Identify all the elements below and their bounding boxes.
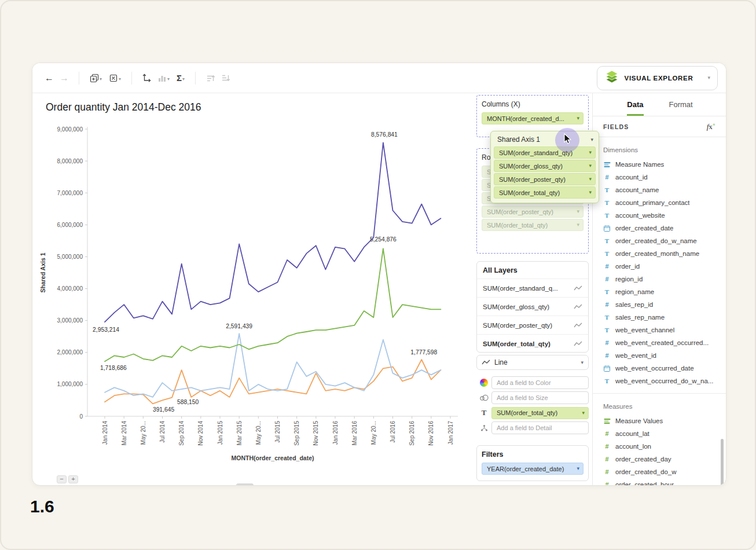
field-item[interactable]: Tregion_name <box>593 285 726 298</box>
field-item[interactable]: Measure Values <box>593 415 726 427</box>
add-calculated-field-button[interactable]: fx+ <box>707 122 715 131</box>
line-chart-icon <box>574 283 582 294</box>
shared-axis-header[interactable]: Shared Axis 1 ▾ <box>494 134 596 146</box>
field-item[interactable]: Tweb_event_occurred_do_w_na... <box>593 375 726 387</box>
number-icon: # <box>603 443 611 450</box>
color-field-input[interactable] <box>491 376 589 389</box>
number-icon: # <box>603 276 611 283</box>
field-item[interactable]: #account_id <box>593 171 726 184</box>
field-item[interactable]: #order_created_day <box>593 453 726 465</box>
field-item[interactable]: Tsales_rep_name <box>593 311 726 324</box>
popup-measure-pill[interactable]: SUM(order_total_qty)▾ <box>494 186 596 199</box>
aggregation-button[interactable]: Σ ▾ <box>177 74 185 83</box>
popup-measure-pill[interactable]: SUM(order_standard_qty)▾ <box>494 146 596 159</box>
field-item[interactable]: #sales_rep_id <box>593 298 726 311</box>
chevron-down-icon: ▾ <box>119 77 121 82</box>
mark-type-select[interactable]: Line ▾ <box>476 355 589 370</box>
field-item[interactable]: Torder_created_month_name <box>593 247 726 260</box>
sort-ascending-button[interactable] <box>203 70 218 86</box>
detail-well <box>476 421 589 434</box>
dimensions-label: Dimensions <box>603 146 726 153</box>
clear-sheet-icon <box>109 74 118 83</box>
version-label: 1.6 <box>30 497 54 516</box>
zoom-in-button[interactable]: + <box>68 475 78 483</box>
text-field-pill[interactable]: SUM(order_total_qty) ▾ <box>491 407 589 419</box>
measure-values-icon <box>603 418 611 424</box>
svg-text:Jan 2014: Jan 2014 <box>102 421 108 445</box>
field-label: order_id <box>615 263 640 270</box>
field-item[interactable]: #order_created_hour <box>593 478 726 486</box>
forward-button[interactable]: → <box>57 70 72 86</box>
chevron-down-icon: ▾ <box>581 360 583 365</box>
color-icon <box>476 379 491 387</box>
field-item[interactable]: #region_id <box>593 273 726 285</box>
chevron-down-icon: ▾ <box>589 177 592 182</box>
swap-axes-icon <box>142 73 152 83</box>
layer-label: SUM(order_gloss_qty) <box>483 303 574 310</box>
tab-data[interactable]: Data <box>627 93 643 116</box>
layer-row[interactable]: SUM(order_total_qty) <box>477 334 588 353</box>
detail-field-input[interactable] <box>491 421 589 434</box>
fit-axes-button[interactable]: ▾ <box>157 74 170 83</box>
sort-descending-button[interactable] <box>218 70 233 86</box>
duplicate-sheet-button[interactable]: ▾ <box>90 74 102 83</box>
visual-explorer-menu[interactable]: VISUAL EXPLORER ▾ <box>597 66 718 90</box>
field-item[interactable]: Measure Names <box>593 158 726 171</box>
pill-label: SUM(order_total_qty) <box>499 189 589 196</box>
popup-measure-pill[interactable]: SUM(order_poster_qty)▾ <box>494 173 596 185</box>
chevron-down-icon: ▾ <box>590 137 593 142</box>
text-icon: T <box>603 250 611 257</box>
field-item[interactable]: Taccount_name <box>593 184 726 196</box>
mark-type-label: Line <box>494 358 577 366</box>
size-field-input[interactable] <box>491 391 589 404</box>
field-item[interactable]: #order_id <box>593 260 726 273</box>
svg-text:Shared Axis 1: Shared Axis 1 <box>39 252 46 292</box>
field-item[interactable]: #web_event_created_occurred... <box>593 336 726 349</box>
layer-row[interactable]: SUM(order_standard_q... <box>477 278 588 297</box>
filters-panel: Filters YEAR(order_created_date) ▾ <box>476 445 589 481</box>
svg-text:8,000,000: 8,000,000 <box>57 158 83 164</box>
field-item[interactable]: web_event_occurred_date <box>593 362 726 375</box>
pill-label: SUM(order_gloss_qty) <box>499 163 589 170</box>
layer-row[interactable]: SUM(order_poster_qty) <box>477 316 588 334</box>
sigma-icon: Σ <box>177 74 182 83</box>
field-item[interactable]: Taccount_website <box>593 209 726 222</box>
field-item[interactable]: #order_created_do_w <box>593 465 726 478</box>
columns-field-pill[interactable]: MONTH(order_created_d... ▾ <box>482 112 583 124</box>
field-item[interactable]: #web_event_id <box>593 349 726 362</box>
visual-explorer-logo <box>604 70 619 86</box>
field-item[interactable]: order_created_date <box>593 222 726 234</box>
field-item[interactable]: #account_lon <box>593 440 726 453</box>
rows-field-pill[interactable]: SUM(order_poster_qty)▾ <box>482 206 583 218</box>
back-button[interactable]: ← <box>42 70 57 86</box>
field-label: order_created_day <box>615 456 671 463</box>
layer-row[interactable]: SUM(order_gloss_qty) <box>477 297 588 316</box>
tab-format[interactable]: Format <box>669 93 693 116</box>
field-item[interactable]: #account_lat <box>593 427 726 440</box>
rows-field-pill[interactable]: SUM(order_total_qty)▾ <box>482 219 583 231</box>
swap-axes-button[interactable] <box>139 70 154 86</box>
filter-pill[interactable]: YEAR(order_created_date) ▾ <box>482 463 583 475</box>
text-icon: T <box>603 288 611 295</box>
svg-text:Jul 2015: Jul 2015 <box>274 421 281 443</box>
field-item[interactable]: Torder_created_do_w_name <box>593 234 726 247</box>
chevron-down-icon: ▾ <box>577 466 579 471</box>
data-panel: Data Format FIELDS fx+ Dimensions Measur… <box>592 93 726 486</box>
svg-text:5,254,876: 5,254,876 <box>370 236 397 243</box>
resize-handle[interactable] <box>236 483 254 486</box>
scrollbar-thumb[interactable] <box>721 439 724 486</box>
field-item[interactable]: Taccount_primary_contact <box>593 196 726 209</box>
number-icon: # <box>603 339 611 346</box>
zoom-out-button[interactable]: − <box>57 475 67 483</box>
fields-header-row: FIELDS fx+ <box>593 116 726 137</box>
all-layers-panel: All Layers SUM(order_standard_q...SUM(or… <box>476 261 589 353</box>
clear-sheet-button[interactable]: ▾ <box>109 74 121 83</box>
fields-title: FIELDS <box>603 123 707 130</box>
chevron-down-icon: ▾ <box>589 163 592 168</box>
field-label: order_created_hour <box>615 481 674 486</box>
popup-measure-pill[interactable]: SUM(order_gloss_qty)▾ <box>494 160 596 172</box>
measure-names-icon <box>603 162 611 168</box>
field-item[interactable]: Tweb_event_channel <box>593 324 726 336</box>
number-icon: # <box>603 456 611 463</box>
svg-text:6,000,000: 6,000,000 <box>57 222 83 228</box>
